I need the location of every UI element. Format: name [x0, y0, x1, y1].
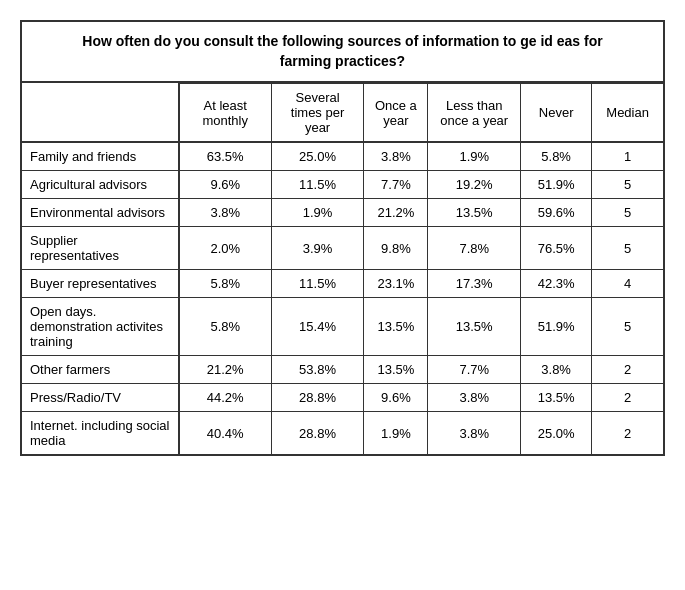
cell-monthly: 21.2%: [179, 356, 272, 384]
cell-lessthan: 13.5%: [428, 298, 521, 356]
cell-never: 51.9%: [521, 298, 592, 356]
cell-source: Buyer representatives: [22, 270, 179, 298]
cell-once: 3.8%: [364, 142, 428, 171]
cell-several: 15.4%: [271, 298, 364, 356]
cell-once: 13.5%: [364, 298, 428, 356]
cell-never: 76.5%: [521, 227, 592, 270]
cell-source: Press/Radio/TV: [22, 384, 179, 412]
cell-source: Environmental advisors: [22, 199, 179, 227]
col-header-source: [22, 84, 179, 143]
col-header-monthly: At least monthly: [179, 84, 272, 143]
cell-monthly: 5.8%: [179, 298, 272, 356]
cell-several: 25.0%: [271, 142, 364, 171]
cell-several: 1.9%: [271, 199, 364, 227]
cell-monthly: 44.2%: [179, 384, 272, 412]
cell-median: 2: [592, 412, 663, 455]
cell-once: 9.8%: [364, 227, 428, 270]
cell-lessthan: 13.5%: [428, 199, 521, 227]
table-row: Buyer representatives5.8%11.5%23.1%17.3%…: [22, 270, 663, 298]
cell-lessthan: 3.8%: [428, 384, 521, 412]
cell-once: 13.5%: [364, 356, 428, 384]
cell-source: Agricultural advisors: [22, 171, 179, 199]
cell-never: 13.5%: [521, 384, 592, 412]
cell-lessthan: 7.7%: [428, 356, 521, 384]
cell-lessthan: 7.8%: [428, 227, 521, 270]
cell-several: 53.8%: [271, 356, 364, 384]
cell-monthly: 9.6%: [179, 171, 272, 199]
cell-median: 5: [592, 171, 663, 199]
cell-never: 3.8%: [521, 356, 592, 384]
cell-several: 3.9%: [271, 227, 364, 270]
table-row: Press/Radio/TV44.2%28.8%9.6%3.8%13.5%2: [22, 384, 663, 412]
cell-median: 4: [592, 270, 663, 298]
cell-median: 5: [592, 298, 663, 356]
cell-never: 51.9%: [521, 171, 592, 199]
col-header-lessthan: Less than once a year: [428, 84, 521, 143]
table-title: How often do you consult the following s…: [22, 22, 663, 83]
table-row: Family and friends63.5%25.0%3.8%1.9%5.8%…: [22, 142, 663, 171]
table-row: Open days. demonstration activites train…: [22, 298, 663, 356]
cell-median: 2: [592, 356, 663, 384]
cell-monthly: 63.5%: [179, 142, 272, 171]
col-header-never: Never: [521, 84, 592, 143]
cell-source: Open days. demonstration activites train…: [22, 298, 179, 356]
col-header-median: Median: [592, 84, 663, 143]
cell-monthly: 40.4%: [179, 412, 272, 455]
main-table-container: How often do you consult the following s…: [20, 20, 665, 456]
table-row: Other farmers21.2%53.8%13.5%7.7%3.8%2: [22, 356, 663, 384]
cell-lessthan: 19.2%: [428, 171, 521, 199]
cell-median: 1: [592, 142, 663, 171]
cell-monthly: 5.8%: [179, 270, 272, 298]
col-header-once: Once a year: [364, 84, 428, 143]
col-header-several: Several times per year: [271, 84, 364, 143]
cell-monthly: 3.8%: [179, 199, 272, 227]
cell-several: 11.5%: [271, 171, 364, 199]
cell-source: Internet. including social media: [22, 412, 179, 455]
cell-lessthan: 3.8%: [428, 412, 521, 455]
table-row: Environmental advisors3.8%1.9%21.2%13.5%…: [22, 199, 663, 227]
cell-source: Other farmers: [22, 356, 179, 384]
cell-never: 5.8%: [521, 142, 592, 171]
cell-source: Family and friends: [22, 142, 179, 171]
table-row: Agricultural advisors9.6%11.5%7.7%19.2%5…: [22, 171, 663, 199]
cell-median: 5: [592, 199, 663, 227]
cell-once: 21.2%: [364, 199, 428, 227]
cell-monthly: 2.0%: [179, 227, 272, 270]
cell-several: 11.5%: [271, 270, 364, 298]
cell-lessthan: 17.3%: [428, 270, 521, 298]
table-row: Supplier representatives2.0%3.9%9.8%7.8%…: [22, 227, 663, 270]
cell-never: 42.3%: [521, 270, 592, 298]
cell-once: 7.7%: [364, 171, 428, 199]
cell-median: 2: [592, 384, 663, 412]
cell-never: 59.6%: [521, 199, 592, 227]
cell-median: 5: [592, 227, 663, 270]
cell-source: Supplier representatives: [22, 227, 179, 270]
cell-lessthan: 1.9%: [428, 142, 521, 171]
cell-several: 28.8%: [271, 412, 364, 455]
cell-never: 25.0%: [521, 412, 592, 455]
data-table: At least monthly Several times per year …: [22, 83, 663, 454]
cell-once: 1.9%: [364, 412, 428, 455]
cell-once: 23.1%: [364, 270, 428, 298]
cell-several: 28.8%: [271, 384, 364, 412]
cell-once: 9.6%: [364, 384, 428, 412]
table-row: Internet. including social media40.4%28.…: [22, 412, 663, 455]
